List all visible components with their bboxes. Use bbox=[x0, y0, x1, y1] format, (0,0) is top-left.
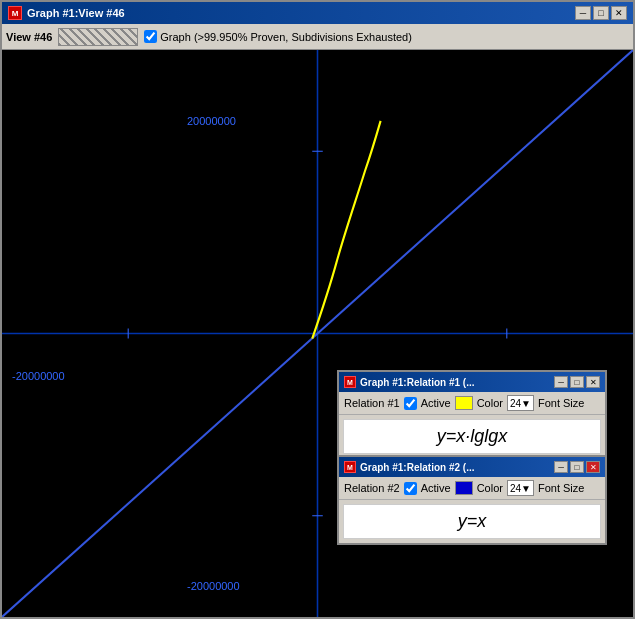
y-axis-negative-label: -20000000 bbox=[187, 580, 240, 592]
rel-1-controls: Relation #1 Active Color 24▼ Font Size bbox=[339, 392, 605, 415]
rel-2-title-buttons: ─ □ ✕ bbox=[554, 461, 600, 473]
rel-2-active-checkbox[interactable] bbox=[404, 482, 417, 495]
rel-2-color-swatch[interactable] bbox=[455, 481, 473, 495]
main-window-title: Graph #1:View #46 bbox=[27, 7, 125, 19]
rel-2-title-text: Graph #1:Relation #2 (... bbox=[360, 462, 474, 473]
hatching-pattern bbox=[58, 28, 138, 46]
rel-1-formula: y=x·lglgx bbox=[343, 419, 601, 454]
rel-2-active-label: Active bbox=[421, 482, 451, 494]
rel-1-fontsize-dropdown[interactable]: 24▼ bbox=[507, 395, 534, 411]
rel-1-title-left: M Graph #1:Relation #1 (... bbox=[344, 376, 474, 388]
rel-2-close-button[interactable]: ✕ bbox=[586, 461, 600, 473]
title-bar-left: M Graph #1:View #46 bbox=[8, 6, 125, 20]
rel-1-minimize-button[interactable]: ─ bbox=[554, 376, 568, 388]
rel-1-title-bar: M Graph #1:Relation #1 (... ─ □ ✕ bbox=[339, 372, 605, 392]
rel-1-close-button[interactable]: ✕ bbox=[586, 376, 600, 388]
rel-1-maximize-button[interactable]: □ bbox=[570, 376, 584, 388]
toolbar: View #46 Graph (>99.950% Proven, Subdivi… bbox=[2, 24, 633, 50]
rel-2-controls: Relation #2 Active Color 24▼ Font Size bbox=[339, 477, 605, 500]
maximize-button[interactable]: □ bbox=[593, 6, 609, 20]
rel-1-title-text: Graph #1:Relation #1 (... bbox=[360, 377, 474, 388]
main-window: M Graph #1:View #46 ─ □ ✕ View #46 Graph… bbox=[0, 0, 635, 619]
rel-1-color-swatch[interactable] bbox=[455, 396, 473, 410]
rel-1-icon: M bbox=[344, 376, 356, 388]
rel-2-label: Relation #2 bbox=[344, 482, 400, 494]
rel-1-active-label: Active bbox=[421, 397, 451, 409]
rel-2-fontsize-label: Font Size bbox=[538, 482, 584, 494]
view-label: View #46 bbox=[6, 31, 52, 43]
title-buttons: ─ □ ✕ bbox=[575, 6, 627, 20]
rel-1-active-checkbox[interactable] bbox=[404, 397, 417, 410]
rel-2-maximize-button[interactable]: □ bbox=[570, 461, 584, 473]
proven-label: Graph (>99.950% Proven, Subdivisions Exh… bbox=[160, 31, 412, 43]
relation-panel-2: M Graph #1:Relation #2 (... ─ □ ✕ Relati… bbox=[337, 455, 607, 545]
graph-area: 20000000 -20000000 -20000000 M Graph #1:… bbox=[2, 50, 633, 617]
rel-1-fontsize-label: Font Size bbox=[538, 397, 584, 409]
rel-1-color-label: Color bbox=[477, 397, 503, 409]
proven-checkbox-area: Graph (>99.950% Proven, Subdivisions Exh… bbox=[144, 30, 412, 43]
rel-1-formula-text: y=x·lglgx bbox=[437, 426, 508, 446]
rel-2-formula-text: y=x bbox=[458, 511, 487, 531]
rel-2-icon: M bbox=[344, 461, 356, 473]
y-axis-positive-label: 20000000 bbox=[187, 115, 236, 127]
rel-1-title-buttons: ─ □ ✕ bbox=[554, 376, 600, 388]
rel-2-fontsize-dropdown[interactable]: 24▼ bbox=[507, 480, 534, 496]
rel-2-minimize-button[interactable]: ─ bbox=[554, 461, 568, 473]
rel-2-title-left: M Graph #1:Relation #2 (... bbox=[344, 461, 474, 473]
rel-2-formula: y=x bbox=[343, 504, 601, 539]
rel-1-label: Relation #1 bbox=[344, 397, 400, 409]
main-title-bar: M Graph #1:View #46 ─ □ ✕ bbox=[2, 2, 633, 24]
close-button[interactable]: ✕ bbox=[611, 6, 627, 20]
app-icon: M bbox=[8, 6, 22, 20]
proven-checkbox[interactable] bbox=[144, 30, 157, 43]
relation-panel-1: M Graph #1:Relation #1 (... ─ □ ✕ Relati… bbox=[337, 370, 607, 460]
x-axis-negative-label: -20000000 bbox=[12, 370, 65, 382]
minimize-button[interactable]: ─ bbox=[575, 6, 591, 20]
rel-2-title-bar: M Graph #1:Relation #2 (... ─ □ ✕ bbox=[339, 457, 605, 477]
rel-2-color-label: Color bbox=[477, 482, 503, 494]
